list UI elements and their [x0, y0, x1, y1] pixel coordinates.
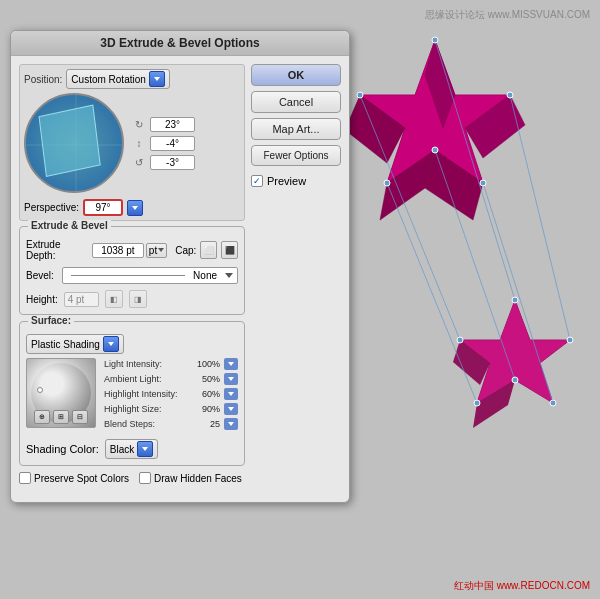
rotation-z-row: ↺	[132, 155, 195, 170]
position-mode-select[interactable]: Custom Rotation	[66, 69, 169, 89]
svg-point-19	[480, 180, 486, 186]
bevel-select[interactable]: None	[62, 267, 238, 284]
bevel-line	[71, 275, 185, 276]
blend-steps-value: 25	[188, 419, 220, 429]
watermark-bottom: 红动中国 www.REDOCN.COM	[454, 579, 590, 593]
position-mode-value: Custom Rotation	[71, 74, 145, 85]
perspective-row: Perspective:	[24, 199, 240, 216]
rotation-x-input[interactable]	[150, 117, 195, 132]
svg-line-10	[387, 183, 477, 403]
draw-hidden-faces-checkbox[interactable]	[139, 472, 151, 484]
svg-point-21	[512, 297, 518, 303]
draw-hidden-faces-label: Draw Hidden Faces	[154, 473, 242, 484]
checkbox-row: Preserve Spot Colors Draw Hidden Faces	[19, 472, 245, 484]
draw-hidden-faces-item: Draw Hidden Faces	[139, 472, 242, 484]
surface-ctrl-2[interactable]: ⊞	[53, 410, 69, 424]
ambient-light-btn[interactable]	[224, 373, 238, 385]
position-label: Position:	[24, 74, 62, 85]
cancel-button[interactable]: Cancel	[251, 91, 341, 113]
surface-ctrl-1[interactable]: ⊕	[34, 410, 50, 424]
highlight-size-label: Highlight Size:	[104, 404, 184, 414]
ambient-light-value: 50%	[188, 374, 220, 384]
preserve-spot-colors-checkbox[interactable]	[19, 472, 31, 484]
surface-section-label: Surface:	[28, 315, 74, 326]
shading-color-row: Shading Color: Black	[26, 439, 238, 459]
light-intensity-btn[interactable]	[224, 358, 238, 370]
blend-steps-btn[interactable]	[224, 418, 238, 430]
svg-line-13	[510, 95, 570, 340]
svg-rect-29	[39, 105, 100, 176]
highlight-size-row: Highlight Size: 90%	[104, 403, 238, 415]
light-intensity-value: 100%	[188, 359, 220, 369]
dialog: 3D Extrude & Bevel Options Position: Cus…	[10, 30, 350, 503]
height-icon-1[interactable]: ◧	[105, 290, 123, 308]
surface-preview: ⊕ ⊞ ⊟	[26, 358, 96, 428]
cap-icon-2[interactable]: ⬛	[221, 241, 238, 259]
height-input[interactable]	[64, 292, 99, 307]
highlight-intensity-btn[interactable]	[224, 388, 238, 400]
bevel-value: None	[193, 270, 217, 281]
height-row: Height: ◧ ◨	[26, 290, 238, 308]
surface-type-select[interactable]: Plastic Shading	[26, 334, 124, 354]
light-intensity-label: Light Intensity:	[104, 359, 184, 369]
bevel-label: Bevel:	[26, 270, 56, 281]
shading-color-label: Shading Color:	[26, 443, 99, 455]
map-art-button[interactable]: Map Art...	[251, 118, 341, 140]
surface-dot	[37, 387, 43, 393]
position-mode-arrow[interactable]	[149, 71, 165, 87]
svg-point-17	[357, 92, 363, 98]
right-buttons: OK Cancel Map Art... Fewer Options Previ…	[251, 64, 341, 484]
left-panel: Position: Custom Rotation	[19, 64, 245, 484]
bevel-row: Bevel: None	[26, 267, 238, 284]
rotation-y-input[interactable]	[150, 136, 195, 151]
highlight-intensity-value: 60%	[188, 389, 220, 399]
blend-steps-label: Blend Steps:	[104, 419, 184, 429]
preview-label: Preview	[267, 175, 306, 187]
extrude-unit-select[interactable]: pt	[146, 243, 167, 258]
shading-color-arrow[interactable]	[137, 441, 153, 457]
light-intensity-row: Light Intensity: 100%	[104, 358, 238, 370]
height-icon-2[interactable]: ◨	[129, 290, 147, 308]
ok-button[interactable]: OK	[251, 64, 341, 86]
rotation-y-row: ↕	[132, 136, 195, 151]
extrude-depth-input[interactable]	[92, 243, 144, 258]
perspective-input[interactable]	[83, 199, 123, 216]
rotation-circle[interactable]	[24, 93, 124, 193]
rotation-fields: ↻ ↕ ↺	[132, 117, 195, 170]
position-section: Position: Custom Rotation	[19, 64, 245, 221]
shading-color-value: Black	[110, 444, 134, 455]
preview-row: Preview	[251, 175, 341, 187]
surface-content: ⊕ ⊞ ⊟ Light Intensity: 100%	[26, 358, 238, 433]
extrude-depth-label: Extrude Depth:	[26, 239, 88, 261]
surface-type-arrow[interactable]	[103, 336, 119, 352]
highlight-intensity-label: Highlight Intensity:	[104, 389, 184, 399]
surface-ctrl-3[interactable]: ⊟	[72, 410, 88, 424]
svg-point-16	[507, 92, 513, 98]
preview-checkbox[interactable]	[251, 175, 263, 187]
rotation-x-row: ↻	[132, 117, 195, 132]
highlight-size-btn[interactable]	[224, 403, 238, 415]
surface-type-value: Plastic Shading	[31, 339, 100, 350]
svg-point-20	[432, 147, 438, 153]
surface-controls: ⊕ ⊞ ⊟	[27, 410, 95, 424]
shading-color-select[interactable]: Black	[105, 439, 158, 459]
perspective-label: Perspective:	[24, 202, 79, 213]
svg-point-25	[457, 337, 463, 343]
rotation-z-input[interactable]	[150, 155, 195, 170]
svg-point-24	[474, 400, 480, 406]
svg-point-26	[512, 377, 518, 383]
fewer-options-button[interactable]: Fewer Options	[251, 145, 341, 166]
svg-point-15	[432, 37, 438, 43]
rotation-area: ↻ ↕ ↺	[24, 93, 240, 193]
blend-steps-row: Blend Steps: 25	[104, 418, 238, 430]
cap-icon-1[interactable]: ⬜	[200, 241, 217, 259]
unit-value: pt	[149, 245, 157, 256]
svg-marker-6	[460, 300, 570, 403]
extrude-bevel-section: Extrude & Bevel Extrude Depth: pt Cap: ⬜…	[19, 226, 245, 315]
height-label: Height:	[26, 294, 58, 305]
preserve-spot-colors-item: Preserve Spot Colors	[19, 472, 129, 484]
perspective-arrow[interactable]	[127, 200, 143, 216]
ambient-light-label: Ambient Light:	[104, 374, 184, 384]
dialog-title: 3D Extrude & Bevel Options	[11, 31, 349, 56]
highlight-intensity-row: Highlight Intensity: 60%	[104, 388, 238, 400]
